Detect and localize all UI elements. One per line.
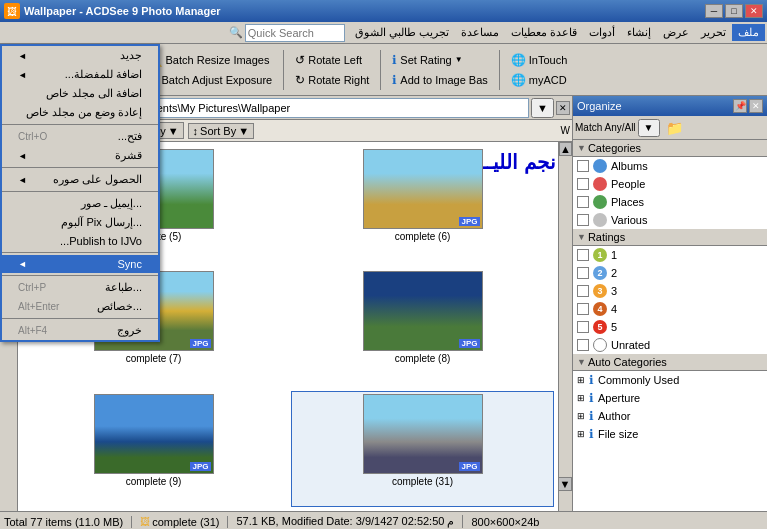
org-item-unrated[interactable]: Unrated (573, 336, 767, 354)
status-selected-text: complete (31) (152, 516, 219, 528)
unrated-checkbox[interactable] (577, 339, 589, 351)
aperture-info-icon: ℹ (589, 391, 594, 405)
ctx-shell[interactable]: قشرة ◄ (2, 146, 158, 165)
menu-edit[interactable]: تحرير (695, 24, 732, 41)
ctx-exit[interactable]: خروج Alt+F4 (2, 321, 158, 340)
albums-label: Albums (611, 160, 648, 172)
categories-section-header[interactable]: ▼ Categories (573, 140, 767, 157)
sort-by-button[interactable]: ↕ Sort By ▼ (188, 123, 254, 139)
rating1-checkbox[interactable] (577, 249, 589, 261)
match-any-all-button[interactable]: ▼ (638, 119, 660, 137)
rating5-checkbox[interactable] (577, 321, 589, 333)
list-item[interactable]: JPG complete (9) (22, 391, 285, 507)
org-item-commonly-used[interactable]: ⊞ ℹ Commonly Used (573, 371, 767, 389)
auto-categories-collapse-icon: ▼ (577, 357, 586, 367)
ctx-new[interactable]: جديد ◄ (2, 46, 158, 65)
places-checkbox[interactable] (577, 196, 589, 208)
org-item-places[interactable]: Places (573, 193, 767, 211)
unrated-label: Unrated (611, 339, 650, 351)
menu-help[interactable]: مساعدة (455, 24, 505, 41)
ctx-add-favorites[interactable]: اضافة للمفضلة... ◄ (2, 65, 158, 84)
rating3-checkbox[interactable] (577, 285, 589, 297)
scroll-down-arrow[interactable]: ▼ (558, 477, 572, 491)
browser-panel-close[interactable]: ✕ (556, 101, 570, 115)
org-item-filesize[interactable]: ⊞ ℹ File size (573, 425, 767, 443)
organize-pin-button[interactable]: 📌 (733, 99, 747, 113)
rating1-label: 1 (611, 249, 617, 261)
auto-categories-section-header[interactable]: ▼ Auto Categories (573, 354, 767, 371)
org-item-rating-5[interactable]: 5 5 (573, 318, 767, 336)
org-item-rating-4[interactable]: 4 4 (573, 300, 767, 318)
scroll-thumb[interactable] (561, 158, 570, 218)
ctx-email[interactable]: ...إيميل ـ صور (2, 194, 158, 213)
org-item-albums[interactable]: Albums (573, 157, 767, 175)
organize-content: ▼ Categories Albums People Places (573, 140, 767, 511)
people-icon (593, 177, 607, 191)
set-rating-button[interactable]: ℹ Set Rating ▼ (387, 51, 492, 69)
commonly-used-label: Commonly Used (598, 374, 679, 386)
ctx-sync[interactable]: Sync ◄ ...Sync تكرار ...Sync تحديث (2, 255, 158, 273)
batch-exposure-button[interactable]: ☀ Batch Adjust Exposure (143, 71, 278, 89)
minimize-button[interactable]: ─ (705, 4, 723, 18)
org-item-author[interactable]: ⊞ ℹ Author (573, 407, 767, 425)
ctx-publish[interactable]: Publish to IJVo... (2, 232, 158, 250)
close-button[interactable]: ✕ (745, 4, 763, 18)
menu-view[interactable]: عرض (657, 24, 695, 41)
rating1-icon: 1 (593, 248, 607, 262)
thumbnail-label: complete (9) (126, 476, 182, 487)
myacd-button[interactable]: 🌐 myACD (506, 71, 573, 89)
intouch-button[interactable]: 🌐 InTouch (506, 51, 573, 69)
add-to-image-bas-button[interactable]: ℹ Add to Image Bas (387, 71, 492, 89)
thumbnail-image: JPG (363, 149, 483, 229)
list-item[interactable]: JPG complete (8) (291, 268, 554, 384)
rotate-right-label: Rotate Right (308, 74, 369, 86)
albums-checkbox[interactable] (577, 160, 589, 172)
ctx-add-special[interactable]: اضافة الى مجلد خاص (2, 84, 158, 103)
search-input[interactable] (245, 24, 345, 42)
rating2-checkbox[interactable] (577, 267, 589, 279)
org-item-aperture[interactable]: ⊞ ℹ Aperture (573, 389, 767, 407)
status-total-text: Total 77 items (11.0 MB) (4, 516, 123, 528)
org-item-various[interactable]: Various (573, 211, 767, 229)
author-label: Author (598, 410, 630, 422)
org-item-rating-1[interactable]: 1 1 (573, 246, 767, 264)
menu-tools[interactable]: أدوات (583, 24, 621, 41)
batch-resize-button[interactable]: 📐 Batch Resize Images (143, 51, 278, 69)
status-dimensions-text: 800×600×24b (471, 516, 539, 528)
menu-create[interactable]: إنشاء (621, 24, 657, 41)
scroll-up-arrow[interactable]: ▲ (559, 142, 572, 156)
rating3-icon: 3 (593, 284, 607, 298)
myacd-label: myACD (529, 74, 567, 86)
search-box: 🔍 (229, 24, 345, 42)
vertical-scrollbar[interactable]: ▲ ▼ (558, 142, 572, 511)
menu-file[interactable]: ملف (732, 24, 765, 41)
commonly-used-expand-icon: ⊞ (577, 375, 585, 385)
ratings-section-header[interactable]: ▼ Ratings (573, 229, 767, 246)
ratings-label: Ratings (588, 231, 625, 243)
various-label: Various (611, 214, 647, 226)
ctx-print[interactable]: ...طباعة Ctrl+P (2, 278, 158, 297)
menu-trial[interactable]: تجريب طالبي الشوق (349, 24, 455, 41)
unrated-icon (593, 338, 607, 352)
organize-close-button[interactable]: ✕ (749, 99, 763, 113)
rating2-label: 2 (611, 267, 617, 279)
list-item[interactable]: JPG complete (31) (291, 391, 554, 507)
status-fileinfo: 57.1 KB, Modified Date: 3/9/1427 02:52:5… (236, 515, 463, 528)
address-go-button[interactable]: ▼ (531, 98, 554, 118)
ctx-properties[interactable]: ...خصائص Alt+Enter (2, 297, 158, 316)
thumbnail-image: JPG (94, 394, 214, 474)
ctx-restore-special[interactable]: إعادة وضع من مجلد خاص (2, 103, 158, 122)
rating4-checkbox[interactable] (577, 303, 589, 315)
ctx-send-pix[interactable]: ...إرسال Pix آلبوم (2, 213, 158, 232)
ctx-open[interactable]: فتح... Ctrl+O (2, 127, 158, 146)
menu-database[interactable]: قاعدة معطيات (505, 24, 583, 41)
people-checkbox[interactable] (577, 178, 589, 190)
org-item-rating-3[interactable]: 3 3 (573, 282, 767, 300)
maximize-button[interactable]: □ (725, 4, 743, 18)
rotate-right-button[interactable]: ↻ Rotate Right (290, 71, 374, 89)
ctx-acquire[interactable]: الحصول على صوره ◄ (2, 170, 158, 189)
rotate-left-button[interactable]: ↺ Rotate Left (290, 51, 374, 69)
org-item-rating-2[interactable]: 2 2 (573, 264, 767, 282)
various-checkbox[interactable] (577, 214, 589, 226)
org-item-people[interactable]: People (573, 175, 767, 193)
